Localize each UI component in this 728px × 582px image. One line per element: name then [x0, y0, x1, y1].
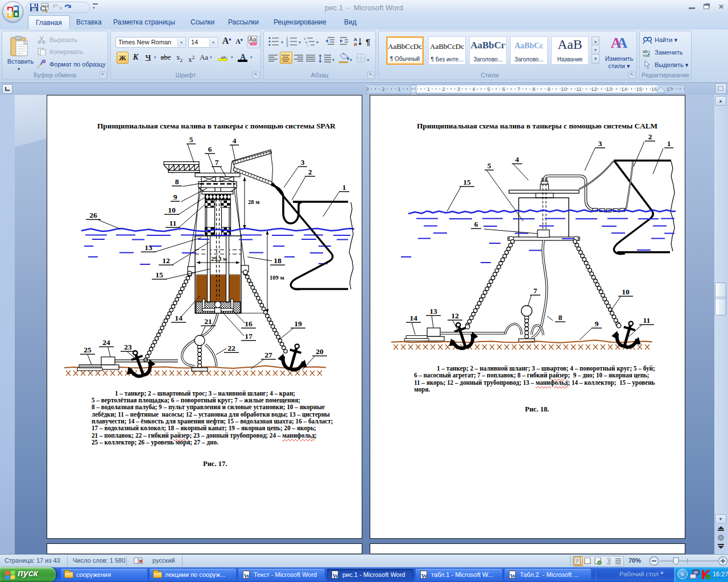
- svg-text:15: 15: [636, 86, 643, 92]
- svg-text:10: 10: [561, 86, 567, 92]
- svg-text:3: 3: [457, 86, 460, 92]
- svg-text:5: 5: [487, 86, 490, 92]
- svg-text:3: 3: [366, 86, 369, 92]
- svg-text:7: 7: [517, 86, 520, 92]
- svg-text:▾: ▾: [316, 40, 318, 45]
- svg-text:17: 17: [667, 86, 673, 92]
- svg-text:1: 1: [398, 86, 400, 92]
- svg-text:2: 2: [382, 86, 384, 92]
- svg-text:А: А: [354, 37, 357, 42]
- svg-text:▾: ▾: [299, 40, 301, 45]
- svg-text:▾: ▾: [60, 6, 62, 11]
- svg-text:▾: ▾: [367, 57, 369, 63]
- svg-text:6: 6: [502, 86, 505, 92]
- svg-text:▾: ▾: [332, 57, 334, 63]
- svg-text:4: 4: [472, 86, 475, 92]
- svg-text:12: 12: [591, 86, 597, 92]
- svg-text:1: 1: [427, 86, 430, 92]
- svg-text:2: 2: [442, 86, 445, 92]
- svg-text:8: 8: [532, 86, 535, 92]
- svg-text:11: 11: [576, 86, 582, 92]
- svg-text:13: 13: [606, 86, 613, 92]
- svg-text:i: i: [307, 44, 308, 47]
- svg-text:3: 3: [286, 43, 288, 47]
- svg-text:16: 16: [651, 86, 657, 92]
- svg-text:¶: ¶: [366, 38, 370, 47]
- svg-text:9: 9: [547, 86, 550, 92]
- svg-text:▾: ▾: [281, 40, 283, 45]
- svg-text:Я: Я: [354, 42, 357, 47]
- svg-text:▾: ▾: [350, 57, 352, 63]
- svg-text:14: 14: [621, 86, 627, 92]
